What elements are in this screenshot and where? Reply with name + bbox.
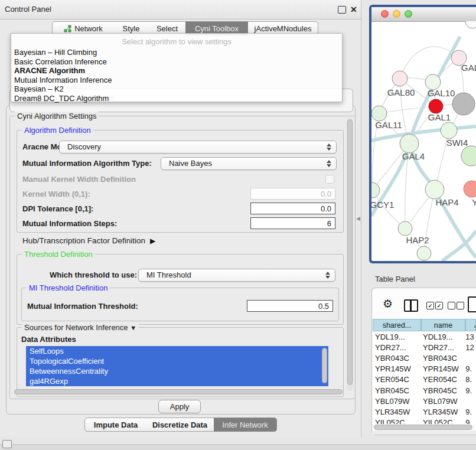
tab-network-label: Network: [74, 24, 103, 33]
cyni-algorithm-settings-title: Cyni Algorithm Settings: [15, 112, 99, 120]
table-row[interactable]: YDL19...YDL19...13: [373, 331, 476, 342]
control-panel-titlebar: [0, 0, 361, 19]
node-hap4[interactable]: [425, 180, 444, 199]
cell-val: 9.: [464, 364, 476, 373]
node-partial-bottom[interactable]: [417, 246, 431, 260]
node-gcy1[interactable]: [371, 182, 380, 198]
aracne-mode-select[interactable]: Discovery: [59, 141, 337, 154]
tab-infer-network-label: Infer Network: [222, 420, 268, 429]
list-item-topologicalcoefficient[interactable]: TopologicalCoefficient: [26, 356, 328, 366]
tab-select-label: Select: [157, 24, 178, 33]
dropdown-item-basic-correlation[interactable]: Basic Correlation Inference: [11, 57, 342, 67]
table-row[interactable]: YDR27...YDR27...12: [373, 342, 476, 353]
minimize-traffic-light[interactable]: [393, 10, 400, 18]
spinner-up-icon: [327, 160, 331, 163]
label-gal4: GAL4: [402, 151, 425, 161]
list-item-betweennesscentrality[interactable]: BetweennessCentrality: [26, 366, 328, 376]
kernel-width-field[interactable]: 0.0: [250, 188, 335, 200]
attributes-vertical-scrollbar[interactable]: [322, 348, 327, 383]
select-all-check-icon-2[interactable]: ✓: [435, 302, 443, 309]
spinner-down-icon: [327, 148, 331, 151]
dpi-tolerance-field[interactable]: 0.0: [250, 203, 335, 214]
dropdown-item-mutual-information[interactable]: Mutual Information Inference: [11, 76, 342, 85]
close-traffic-light[interactable]: [381, 10, 389, 18]
hub-definition-expander[interactable]: Hub/Transcription Factor Definition▶: [22, 236, 155, 245]
float-window-icon[interactable]: [338, 6, 346, 14]
mi-steps-field[interactable]: 6: [250, 217, 335, 229]
manual-kernel-label: Manual Kernel Width Definition: [22, 175, 136, 184]
column-header-shared-name[interactable]: shared...: [373, 319, 421, 331]
table-row[interactable]: YBR045CYBR045C9.: [373, 385, 476, 396]
column-header-name[interactable]: name: [421, 319, 465, 331]
dropdown-item-bayesian-hill-climbing[interactable]: Bayesian – Hill Climbing: [11, 48, 342, 57]
cell-name: YIL052C: [420, 418, 464, 424]
cell-name: YER054C: [420, 375, 464, 384]
attributes-horizontal-scrollbar[interactable]: [14, 389, 343, 394]
tab-discretize-data[interactable]: Discretize Data: [146, 418, 214, 432]
table-row[interactable]: YBR043CYBR043C: [373, 353, 476, 363]
tab-impute-data-label: Impute Data: [94, 420, 138, 429]
label-gcy1: GCY1: [371, 200, 394, 210]
cell-name: YDR27...: [420, 343, 464, 352]
select-all-check-icon-1[interactable]: ✓: [426, 302, 434, 309]
cell-val: 9: [464, 418, 476, 424]
table-row[interactable]: YPR145WYPR145W9.: [373, 364, 476, 374]
dropdown-item-aracne[interactable]: ARACNE Algorithm: [11, 66, 342, 76]
table-row[interactable]: YBL079WYBL079W: [373, 396, 476, 406]
unselect-box-icon-2[interactable]: [457, 302, 464, 309]
network-canvas[interactable]: GAL GAL80 GAL10 GAL1 GAL11 SWI4 GAL4 GCY…: [371, 21, 476, 261]
bottom-status-strip: [0, 444, 476, 450]
columns-icon[interactable]: [404, 299, 418, 312]
column-header-partial[interactable]: A: [465, 319, 476, 331]
hub-definition-label: Hub/Transcription Factor Definition: [22, 236, 145, 245]
data-attributes-label: Data Attributes: [21, 335, 76, 344]
apply-button[interactable]: Apply: [158, 400, 201, 413]
spinner-down-icon: [327, 164, 331, 167]
node-green-right[interactable]: [461, 146, 476, 166]
close-icon[interactable]: ✕: [350, 5, 357, 14]
mi-threshold-field[interactable]: 0.5: [247, 300, 333, 312]
mi-type-select[interactable]: Naive Bayes: [161, 157, 337, 170]
cell-name: YBR045C: [420, 386, 464, 395]
which-threshold-select[interactable]: MI Threshold: [138, 269, 335, 282]
node-gal4[interactable]: [400, 134, 419, 153]
gear-icon[interactable]: ⚙: [383, 297, 393, 311]
node-gal11[interactable]: [371, 106, 387, 121]
cell-name: YLR345W: [420, 407, 464, 416]
table-row[interactable]: YLR345WYLR345W9.: [373, 406, 476, 417]
tab-impute-data[interactable]: Impute Data: [84, 418, 147, 432]
unselect-box-icon-1[interactable]: [448, 302, 455, 309]
mi-threshold-group-title: MI Threshold Definition: [27, 283, 110, 292]
table-horizontal-scrollbar[interactable]: [374, 425, 472, 430]
mi-type-value: Naive Bayes: [169, 158, 212, 169]
dropdown-item-dream8[interactable]: Dream8 DC_TDC Algorithm: [11, 94, 342, 103]
zoom-traffic-light[interactable]: [405, 10, 412, 18]
label-gal80: GAL80: [387, 87, 415, 97]
tab-discretize-data-label: Discretize Data: [152, 420, 207, 429]
mi-steps-label: Mutual Information Steps:: [22, 219, 117, 228]
kernel-width-label: Kernel Width (0,1):: [22, 190, 90, 198]
dropdown-placeholder: Select algorithm to view settings: [11, 36, 342, 48]
splitter-collapse-icon[interactable]: ◀: [356, 216, 360, 221]
list-item-selfloops[interactable]: SelfLoops: [26, 346, 328, 356]
node-gray-large[interactable]: [452, 93, 475, 115]
cell-val: 9.: [464, 407, 476, 416]
collapse-triangle-down-icon[interactable]: ▼: [130, 324, 136, 331]
node-hap2[interactable]: [398, 221, 412, 236]
node-red[interactable]: [429, 99, 443, 113]
label-gal10: GAL10: [428, 88, 455, 98]
node-salmon[interactable]: [464, 181, 476, 197]
table-row[interactable]: YIL052CYIL052C9: [373, 418, 476, 425]
node-gal80[interactable]: [392, 71, 407, 86]
new-table-page-icon[interactable]: [468, 296, 476, 312]
settings-scrollbar-thumb[interactable]: [347, 119, 353, 385]
node-swi4[interactable]: [441, 122, 457, 139]
table-row[interactable]: YER054CYER054C8.: [373, 374, 476, 385]
dock-window-icon[interactable]: [2, 440, 12, 448]
node-partial-top[interactable]: [465, 21, 476, 28]
list-item-gal4rgexp[interactable]: gal4RGexp: [26, 376, 328, 386]
tab-infer-network[interactable]: Infer Network: [214, 418, 277, 432]
manual-kernel-checkbox[interactable]: [325, 175, 334, 184]
cell-name: YBL079W: [420, 397, 464, 406]
dropdown-item-bayesian-k2[interactable]: Bayesian – K2: [11, 84, 342, 94]
